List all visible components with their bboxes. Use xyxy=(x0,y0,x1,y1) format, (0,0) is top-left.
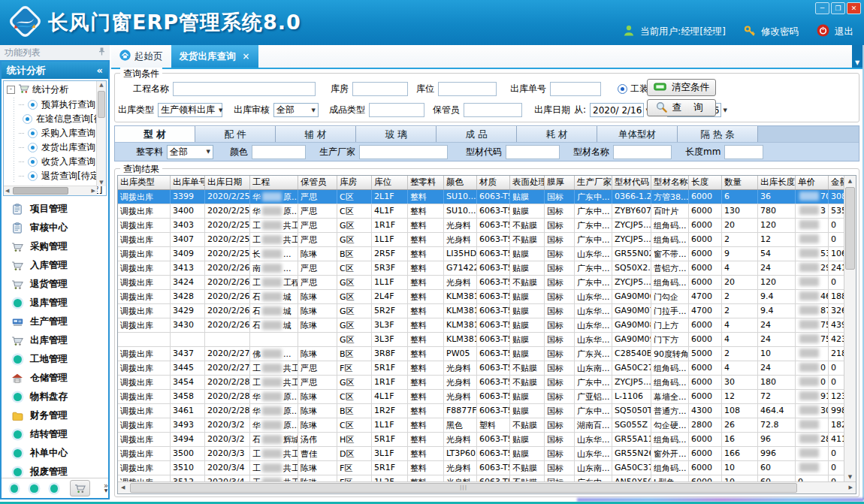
tree-item[interactable]: 在途信息查询[待定] xyxy=(19,112,106,126)
column-header[interactable]: 生产厂家 xyxy=(575,176,612,189)
sidebar-module-item[interactable]: 物料盘存 xyxy=(2,388,108,406)
tab-overflow-button[interactable]: ▼ xyxy=(852,45,862,68)
grid-vertical-scrollbar[interactable]: ▲ ▼ xyxy=(844,176,856,482)
table-row[interactable]: 调拨出库34292020/2/26石城陈琳G区5R2F整料KLM38176063… xyxy=(118,304,844,318)
tree-item[interactable]: 采购入库查询 xyxy=(19,126,106,140)
table-row[interactable]: 调拨出库34942020/3/2石辉城汤伟H区5R1F整料光身料6063-T5贴… xyxy=(118,433,844,447)
table-row[interactable]: 调拨出库34132020/2/26南...严思C区5R3F整料G71422606… xyxy=(118,261,844,276)
scroll-left-icon[interactable]: ◀ xyxy=(5,188,9,194)
tree-root-statistics[interactable]: - 统计分析 xyxy=(4,81,106,98)
radio-gongzhuang[interactable] xyxy=(618,84,627,94)
scrollbar-thumb[interactable]: ||| xyxy=(130,483,797,493)
search-button[interactable]: 查 询 xyxy=(647,99,716,116)
circle-icon[interactable] xyxy=(50,484,58,493)
sidebar-module-item[interactable]: 报废管理 xyxy=(2,463,108,478)
column-header[interactable]: 库房 xyxy=(337,176,372,189)
change-password-link[interactable]: 修改密码 xyxy=(761,26,799,38)
table-row[interactable]: 调拨出库34092020/2/25长...陈琳B区2R5F整料LI35HD606… xyxy=(118,247,844,261)
tree-item[interactable]: 发货出库查询 xyxy=(19,140,106,155)
column-header[interactable]: 材质 xyxy=(477,176,510,189)
column-header[interactable]: 工程 xyxy=(250,176,298,189)
scroll-up-icon[interactable]: ▲ xyxy=(844,178,856,184)
profile-name-input[interactable] xyxy=(613,145,672,159)
table-row[interactable]: 调拨出库34932020/3/2华原...陈琳C区1L1F整料黑色塑料不贴膜国标… xyxy=(118,418,844,433)
project-name-input[interactable] xyxy=(173,82,316,96)
scrollbar-thumb[interactable] xyxy=(845,187,855,270)
column-header[interactable]: 单价 xyxy=(796,176,829,189)
sidebar-section-header[interactable]: 统计分析 « xyxy=(2,62,108,79)
column-header[interactable]: 膜厚 xyxy=(545,176,575,189)
column-header[interactable]: 出库单号 xyxy=(171,176,205,189)
circle-icon[interactable] xyxy=(30,484,38,493)
column-header[interactable]: 型材名称 xyxy=(651,176,689,189)
table-row[interactable]: 调拨出库34282020/2/26石城陈琳G区2L4F整料KLM38176063… xyxy=(118,290,844,304)
minimize-button[interactable]: ─ xyxy=(815,2,829,14)
column-header[interactable]: 金额 xyxy=(829,176,844,189)
material-tab[interactable]: 耗 材 xyxy=(517,126,597,142)
sidebar-module-item[interactable]: 退货管理 xyxy=(2,275,108,294)
sidebar-module-item[interactable]: 结转管理 xyxy=(2,425,108,444)
scrollbar-thumb[interactable] xyxy=(98,91,105,118)
table-row[interactable]: 调拨出库34032020/2/25工共工程严思G区1R1F整料光身料6063-T… xyxy=(118,219,844,233)
length-input[interactable] xyxy=(724,145,763,159)
circle-icon[interactable] xyxy=(11,484,18,493)
table-row[interactable]: 调拨出库34582020/2/28华原...陈琳C区4L1F整料光身料6063-… xyxy=(118,390,844,404)
color-input[interactable] xyxy=(252,145,306,159)
scroll-right-icon[interactable]: ▶ xyxy=(92,188,95,194)
scroll-right-icon[interactable]: ▶ xyxy=(849,484,853,490)
column-header[interactable]: 库位 xyxy=(372,176,408,189)
sidebar-module-item[interactable]: 采购管理 xyxy=(2,237,108,256)
table-row[interactable]: G区3L3F整料KLM38176063-T5贴膜国标山东华...GA90M09.… xyxy=(118,333,844,347)
sidebar-module-item[interactable]: 补单中心 xyxy=(2,444,108,463)
chevron-down-icon[interactable]: ▼ xyxy=(104,488,108,493)
table-row[interactable]: 调拨出库34372020/2/27佛...陈琳B区3R8F整料PW056063-… xyxy=(118,347,844,361)
material-tab[interactable]: 型 材 xyxy=(115,126,195,142)
column-header[interactable]: 保管员 xyxy=(298,176,337,189)
material-tab[interactable]: 隔 热 条 xyxy=(678,126,758,142)
tree-item[interactable]: 预算执行查询 xyxy=(19,98,106,112)
material-tab[interactable]: 辅 材 xyxy=(276,126,356,142)
column-header[interactable]: 数量 xyxy=(722,176,758,189)
more-buttons[interactable]: » ▼ xyxy=(104,484,108,493)
table-row[interactable]: 调拨出库35102020/3/4工共工程陈琳F区5R1F整料光身料6063-T5… xyxy=(118,461,844,475)
table-row[interactable]: 调拨出库33992020/2/25华原...严思C区2L1F整料SU10...6… xyxy=(118,190,844,204)
material-tab[interactable]: 单体型材 xyxy=(597,126,678,142)
column-header[interactable]: 整零料 xyxy=(408,176,444,189)
material-tab[interactable]: 玻 璃 xyxy=(356,126,437,142)
column-header[interactable]: 出库日期 xyxy=(205,176,250,189)
logout-link[interactable]: 退出 xyxy=(835,26,853,38)
warehouse-input[interactable] xyxy=(352,82,408,96)
table-row[interactable]: 调拨出库34452020/2/27工共工程严思F区5R1F整料光身料6063-T… xyxy=(118,361,844,376)
tree-item[interactable]: 收货入库查询 xyxy=(19,155,106,169)
table-row[interactable]: 调拨出库34302020/2/26石城陈琳G区3L3F整料KLM38176063… xyxy=(118,318,844,333)
product-type-input[interactable] xyxy=(369,103,424,117)
sidebar-module-item[interactable]: 审核中心 xyxy=(2,219,108,237)
manufacturer-input[interactable] xyxy=(359,145,448,159)
tab-shipment-outbound-query[interactable]: 发货出库查询 × xyxy=(171,45,258,68)
scroll-down-icon[interactable]: ▼ xyxy=(844,474,856,480)
sidebar-module-item[interactable]: 财务管理 xyxy=(2,406,108,425)
maximize-button[interactable]: ❐ xyxy=(831,2,845,14)
scroll-left-icon[interactable]: ◀ xyxy=(121,484,125,490)
table-row[interactable]: 调拨出库34242020/2/26工工程严思G区1L1F整料光身料6063-T5… xyxy=(118,276,844,290)
order-no-input[interactable] xyxy=(550,82,601,96)
tree-horizontal-scrollbar[interactable]: ◀ ▶ xyxy=(4,186,97,195)
clear-conditions-button[interactable]: 清空条件 xyxy=(647,79,716,96)
sidebar-module-item[interactable]: 生产管理 xyxy=(2,312,108,331)
table-row[interactable]: 调拨出库35002020/3/3工共工程曹佳D区3L1F整料LT3P606063… xyxy=(118,447,844,461)
table-row[interactable]: 调拨出库34072020/2/25工共工程严思G区1L1F整料光身料6063-T… xyxy=(118,233,844,247)
scroll-down-icon[interactable]: ▼ xyxy=(97,180,106,186)
grid-horizontal-scrollbar[interactable]: ◀ ||| ▶ xyxy=(118,481,856,493)
tree-item[interactable]: 退货查询[待定] xyxy=(19,169,106,183)
audit-select[interactable]: 全部▼ xyxy=(273,103,319,117)
tree-vertical-scrollbar[interactable]: ▲ ▼ xyxy=(96,81,106,186)
tab-home[interactable]: 起始页 xyxy=(111,45,171,68)
column-header[interactable]: 颜色 xyxy=(444,176,477,189)
profile-code-input[interactable] xyxy=(506,145,560,159)
collapse-icon[interactable]: « xyxy=(97,65,103,76)
material-tab[interactable]: 配 件 xyxy=(195,126,276,142)
sidebar-module-item[interactable]: 出库管理 xyxy=(2,331,108,350)
keeper-input[interactable] xyxy=(464,103,522,117)
date-from-select[interactable]: 2020/ 2/16▼ xyxy=(590,103,644,117)
scrollbar-thumb[interactable] xyxy=(13,187,68,195)
